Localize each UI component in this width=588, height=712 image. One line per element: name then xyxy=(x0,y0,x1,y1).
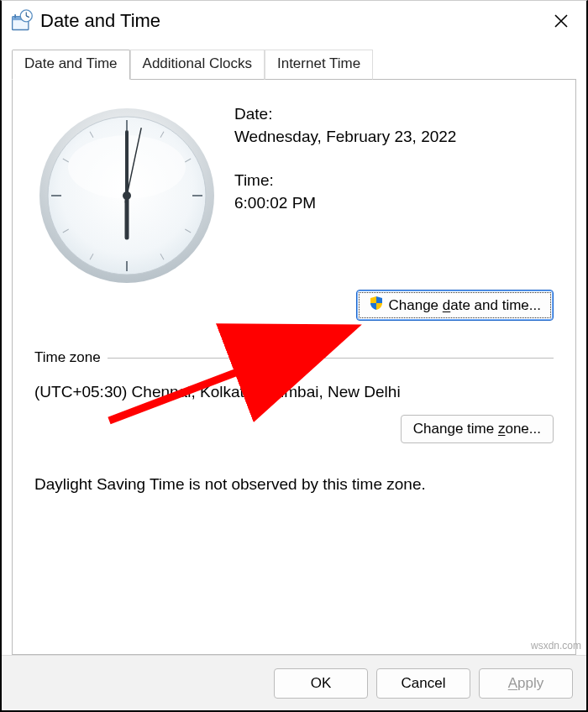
tab-panel: Date: Wednesday, February 23, 2022 Time:… xyxy=(12,79,576,655)
apply-button[interactable]: Apply xyxy=(479,668,573,699)
datetime-icon xyxy=(10,9,34,33)
change-date-time-button[interactable]: Change date and time... xyxy=(356,290,554,321)
time-value: 6:00:02 PM xyxy=(234,192,456,215)
tab-strip: Date and Time Additional Clocks Internet… xyxy=(12,50,586,79)
watermark: wsxdn.com xyxy=(531,640,581,652)
svg-rect-2 xyxy=(14,14,16,18)
titlebar: Date and Time xyxy=(2,1,586,41)
analog-clock xyxy=(34,103,219,288)
date-value: Wednesday, February 23, 2022 xyxy=(234,126,456,149)
tab-additional-clocks[interactable]: Additional Clocks xyxy=(130,50,265,80)
time-label: Time: xyxy=(234,170,456,192)
dst-note: Daylight Saving Time is not observed by … xyxy=(34,475,554,494)
shield-icon xyxy=(369,296,384,315)
cancel-button[interactable]: Cancel xyxy=(376,668,470,699)
date-label: Date: xyxy=(234,103,456,126)
svg-point-25 xyxy=(123,191,131,200)
close-button[interactable] xyxy=(544,4,578,38)
change-timezone-label: Change time zone... xyxy=(413,421,541,437)
divider xyxy=(108,358,554,359)
change-timezone-button[interactable]: Change time zone... xyxy=(401,415,554,443)
timezone-group: Time zone xyxy=(34,349,554,366)
change-date-time-label: Change date and time... xyxy=(389,297,541,314)
dialog-footer: OK Cancel Apply xyxy=(2,655,586,710)
timezone-group-label: Time zone xyxy=(34,349,101,366)
timezone-value: (UTC+05:30) Chennai, Kolkata, Mumbai, Ne… xyxy=(34,383,554,401)
tab-date-and-time[interactable]: Date and Time xyxy=(12,50,130,80)
ok-button[interactable]: OK xyxy=(274,668,368,699)
window-title: Date and Time xyxy=(40,10,544,32)
tab-internet-time[interactable]: Internet Time xyxy=(265,50,373,80)
datetime-readout: Date: Wednesday, February 23, 2022 Time:… xyxy=(234,103,456,288)
